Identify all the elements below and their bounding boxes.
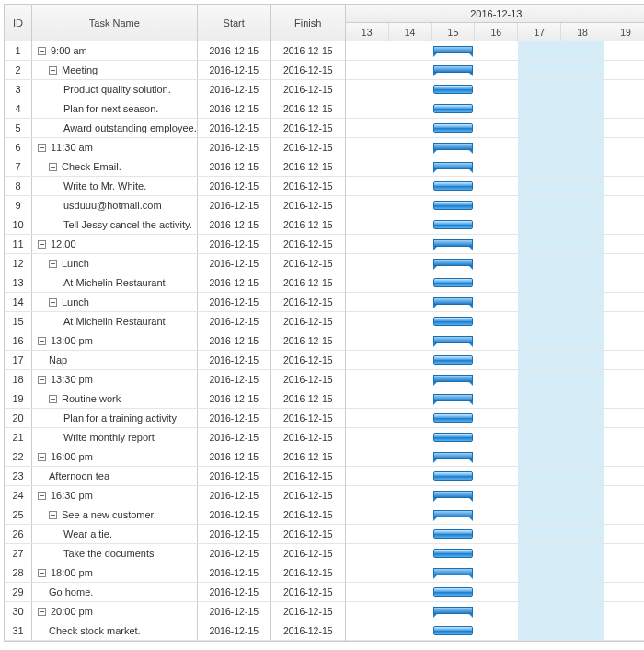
collapse-toggle-icon[interactable]	[49, 395, 57, 403]
table-row[interactable]: 25See a new customer.2016-12-152016-12-1…	[5, 505, 345, 525]
task-bar[interactable]	[433, 626, 473, 635]
table-row[interactable]: 9usduuu@hotmail.com2016-12-152016-12-15	[5, 196, 345, 215]
timeline-row	[346, 331, 644, 351]
collapse-toggle-icon[interactable]	[38, 453, 46, 461]
summary-bar[interactable]	[433, 375, 473, 382]
task-name-text: Product quality solution.	[63, 84, 171, 95]
task-bar[interactable]	[433, 549, 473, 558]
timeline-row	[346, 447, 644, 467]
collapse-toggle-icon[interactable]	[49, 511, 57, 519]
timeline-day: 18	[561, 23, 604, 41]
table-row[interactable]: 29Go home.2016-12-152016-12-15	[5, 583, 345, 602]
col-header-task[interactable]: Task Name	[32, 5, 198, 41]
table-row[interactable]: 17Nap2016-12-152016-12-15	[5, 351, 345, 370]
task-bar[interactable]	[433, 433, 473, 442]
col-header-start[interactable]: Start	[198, 5, 271, 41]
task-name-text: Plan for next season.	[63, 103, 158, 114]
table-row[interactable]: 2818:00 pm2016-12-152016-12-15	[5, 563, 345, 583]
summary-bar[interactable]	[433, 259, 473, 266]
summary-bar[interactable]	[433, 65, 473, 73]
table-row[interactable]: 14Lunch2016-12-152016-12-15	[5, 293, 345, 312]
col-header-id[interactable]: ID	[5, 5, 32, 41]
collapse-toggle-icon[interactable]	[49, 66, 57, 75]
table-row[interactable]: 23Afternoon tea2016-12-152016-12-15	[5, 467, 345, 486]
summary-bar[interactable]	[433, 510, 473, 517]
cell-start: 2016-12-15	[198, 351, 271, 369]
table-row[interactable]: 10Tell Jessy cancel the activity.2016-12…	[5, 215, 345, 235]
table-row[interactable]: 1613:00 pm2016-12-152016-12-15	[5, 331, 345, 351]
task-bar[interactable]	[433, 220, 473, 229]
table-row[interactable]: 15At Michelin Restaurant2016-12-152016-1…	[5, 312, 345, 331]
summary-bar[interactable]	[433, 452, 473, 459]
table-row[interactable]: 20Plan for a training activity2016-12-15…	[5, 409, 345, 428]
collapse-toggle-icon[interactable]	[49, 298, 57, 307]
collapse-toggle-icon[interactable]	[38, 144, 46, 152]
table-row[interactable]: 2Meeting2016-12-152016-12-15	[5, 61, 345, 80]
cell-id: 16	[5, 331, 32, 350]
summary-bar[interactable]	[433, 394, 473, 401]
cell-start: 2016-12-15	[198, 61, 271, 79]
table-row[interactable]: 1813:30 pm2016-12-152016-12-15	[5, 370, 345, 389]
summary-bar[interactable]	[433, 239, 473, 247]
table-row[interactable]: 31Check stock market.2016-12-152016-12-1…	[5, 621, 345, 641]
collapse-toggle-icon[interactable]	[38, 47, 46, 55]
cell-finish: 2016-12-15	[271, 312, 345, 331]
table-row[interactable]: 2216:00 pm2016-12-152016-12-15	[5, 447, 345, 467]
table-row[interactable]: 19:00 am2016-12-152016-12-15	[5, 41, 345, 61]
summary-bar[interactable]	[433, 162, 473, 169]
table-row[interactable]: 21Write monthly report2016-12-152016-12-…	[5, 428, 345, 447]
cell-id: 14	[5, 293, 32, 311]
task-bar[interactable]	[433, 123, 473, 133]
summary-bar[interactable]	[433, 336, 473, 343]
task-bar[interactable]	[433, 278, 473, 287]
task-bar[interactable]	[433, 471, 473, 481]
cell-task-name: Check stock market.	[32, 621, 198, 640]
cell-finish: 2016-12-15	[271, 370, 345, 389]
cell-start: 2016-12-15	[198, 602, 271, 621]
table-row[interactable]: 1112.002016-12-152016-12-15	[5, 235, 345, 254]
collapse-toggle-icon[interactable]	[38, 608, 46, 616]
col-header-finish[interactable]: Finish	[271, 5, 345, 41]
table-row[interactable]: 26Wear a tie.2016-12-152016-12-15	[5, 525, 345, 544]
collapse-toggle-icon[interactable]	[38, 240, 46, 249]
table-row[interactable]: 5Award outstanding employee.2016-12-1520…	[5, 119, 345, 138]
summary-bar[interactable]	[433, 143, 473, 150]
task-bar[interactable]	[433, 587, 473, 597]
table-row[interactable]: 13At Michelin Restaurant2016-12-152016-1…	[5, 273, 345, 293]
collapse-toggle-icon[interactable]	[49, 163, 57, 171]
task-bar[interactable]	[433, 413, 473, 423]
cell-task-name: Tell Jessy cancel the activity.	[32, 215, 198, 234]
timeline-row	[346, 41, 644, 61]
table-row[interactable]: 4Plan for next season.2016-12-152016-12-…	[5, 99, 345, 119]
timeline-day: 15	[432, 23, 476, 41]
collapse-toggle-icon[interactable]	[49, 260, 57, 268]
task-bar[interactable]	[433, 355, 473, 365]
cell-finish: 2016-12-15	[271, 583, 345, 601]
table-row[interactable]: 3Product quality solution.2016-12-152016…	[5, 80, 345, 99]
task-bar[interactable]	[433, 104, 473, 113]
cell-task-name: usduuu@hotmail.com	[32, 196, 198, 215]
table-row[interactable]: 7Check Email.2016-12-152016-12-15	[5, 157, 345, 177]
summary-bar[interactable]	[433, 46, 473, 53]
summary-bar[interactable]	[433, 297, 473, 305]
collapse-toggle-icon[interactable]	[38, 376, 46, 384]
table-row[interactable]: 611:30 am2016-12-152016-12-15	[5, 138, 345, 157]
task-bar[interactable]	[433, 317, 473, 326]
table-row[interactable]: 8Write to Mr. White.2016-12-152016-12-15	[5, 177, 345, 196]
collapse-toggle-icon[interactable]	[38, 337, 46, 345]
timeline-day: 16	[475, 23, 518, 41]
table-row[interactable]: 27Take the documents2016-12-152016-12-15	[5, 544, 345, 563]
table-row[interactable]: 3020:00 pm2016-12-152016-12-15	[5, 602, 345, 621]
table-row[interactable]: 2416:30 pm2016-12-152016-12-15	[5, 486, 345, 505]
table-row[interactable]: 19Routine work2016-12-152016-12-15	[5, 389, 345, 409]
task-bar[interactable]	[433, 201, 473, 210]
summary-bar[interactable]	[433, 491, 473, 498]
task-bar[interactable]	[433, 85, 473, 94]
task-bar[interactable]	[433, 529, 473, 539]
summary-bar[interactable]	[433, 607, 473, 614]
task-bar[interactable]	[433, 181, 473, 191]
table-row[interactable]: 12Lunch2016-12-152016-12-15	[5, 254, 345, 273]
summary-bar[interactable]	[433, 568, 473, 575]
collapse-toggle-icon[interactable]	[38, 569, 46, 577]
collapse-toggle-icon[interactable]	[38, 492, 46, 500]
